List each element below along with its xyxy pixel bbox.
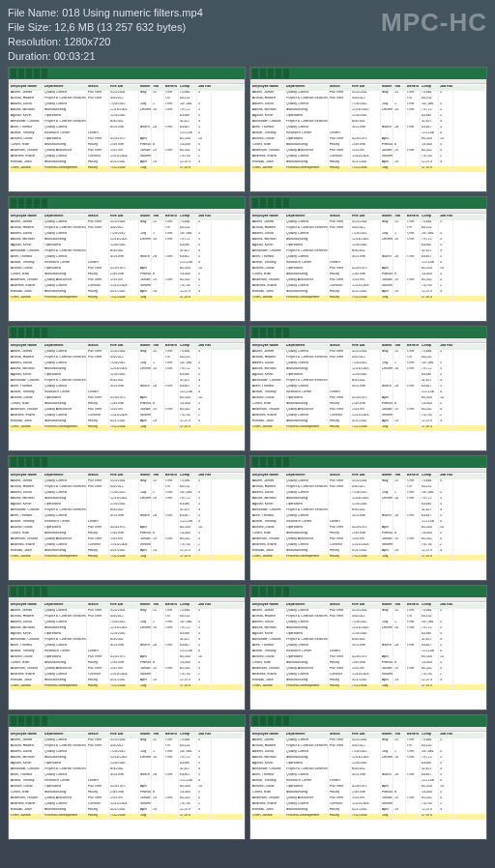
spreadsheet-area: Employee NameDepartmentStatusHire DatMon…	[9, 732, 245, 839]
thumbnail[interactable]: Employee NameDepartmentStatusHire DatMon…	[8, 196, 246, 322]
thumbnail[interactable]: Employee NameDepartmentStatusHire DatMon…	[249, 585, 487, 710]
thumbnail[interactable]: Employee NameDepartmentStatusHire DatMon…	[249, 714, 487, 840]
excel-ribbon	[250, 68, 486, 79]
size-value: 12,6 MB (13 257 632 bytes)	[54, 21, 186, 33]
thumbnail-grid: Employee NameDepartmentStatusHire DatMon…	[0, 67, 495, 848]
excel-ribbon	[9, 456, 245, 468]
file-label: File Name:	[8, 7, 59, 18]
excel-ribbon	[9, 327, 245, 338]
res-value: 1280x720	[64, 36, 110, 47]
spreadsheet-area: Employee NameDepartmentStatusHire DatMon…	[9, 343, 245, 450]
excel-ribbon	[250, 327, 486, 338]
player-watermark: MPC-HC	[381, 6, 487, 40]
excel-ribbon	[9, 68, 245, 79]
spreadsheet-area: Employee NameDepartmentStatusHire DatMon…	[250, 602, 486, 709]
thumbnail[interactable]: Employee NameDepartmentStatusHire DatMon…	[249, 455, 487, 581]
thumbnail[interactable]: Employee NameDepartmentStatusHire DatMon…	[8, 326, 246, 451]
res-label: Resolution:	[8, 36, 61, 47]
spreadsheet-area: Employee NameDepartmentStatusHire DatMon…	[250, 732, 486, 839]
spreadsheet-area: Employee NameDepartmentStatusHire DatMon…	[250, 214, 486, 321]
excel-ribbon	[250, 197, 486, 209]
file-name: 018 Using numeric filters.mp4	[62, 7, 203, 18]
excel-ribbon	[9, 586, 245, 597]
excel-ribbon	[250, 586, 486, 597]
info-bar: MPC-HC File Name: 018 Using numeric filt…	[0, 0, 495, 67]
thumbnail[interactable]: Employee NameDepartmentStatusHire DatMon…	[8, 67, 246, 192]
excel-ribbon	[250, 456, 486, 468]
spreadsheet-area: Employee NameDepartmentStatusHire DatMon…	[9, 602, 245, 709]
thumbnail[interactable]: Employee NameDepartmentStatusHire DatMon…	[249, 67, 487, 192]
size-label: File Size:	[8, 21, 51, 33]
dur-value: 00:03:21	[54, 50, 96, 62]
excel-ribbon	[9, 715, 245, 727]
thumbnail[interactable]: Employee NameDepartmentStatusHire DatMon…	[249, 326, 487, 451]
spreadsheet-area: Employee NameDepartmentStatusHire DatMon…	[9, 214, 245, 321]
spreadsheet-area: Employee NameDepartmentStatusHire DatMon…	[9, 84, 245, 191]
excel-ribbon	[9, 197, 245, 209]
spreadsheet-area: Employee NameDepartmentStatusHire DatMon…	[9, 473, 245, 580]
thumbnail[interactable]: Employee NameDepartmentStatusHire DatMon…	[8, 455, 246, 581]
spreadsheet-area: Employee NameDepartmentStatusHire DatMon…	[250, 343, 486, 450]
spreadsheet-area: Employee NameDepartmentStatusHire DatMon…	[250, 473, 486, 580]
thumbnail[interactable]: Employee NameDepartmentStatusHire DatMon…	[249, 196, 487, 322]
thumbnail[interactable]: Employee NameDepartmentStatusHire DatMon…	[8, 714, 246, 840]
dur-label: Duration:	[8, 50, 51, 62]
thumbnail[interactable]: Employee NameDepartmentStatusHire DatMon…	[8, 585, 246, 710]
excel-ribbon	[250, 715, 486, 727]
spreadsheet-area: Employee NameDepartmentStatusHire DatMon…	[250, 84, 486, 191]
